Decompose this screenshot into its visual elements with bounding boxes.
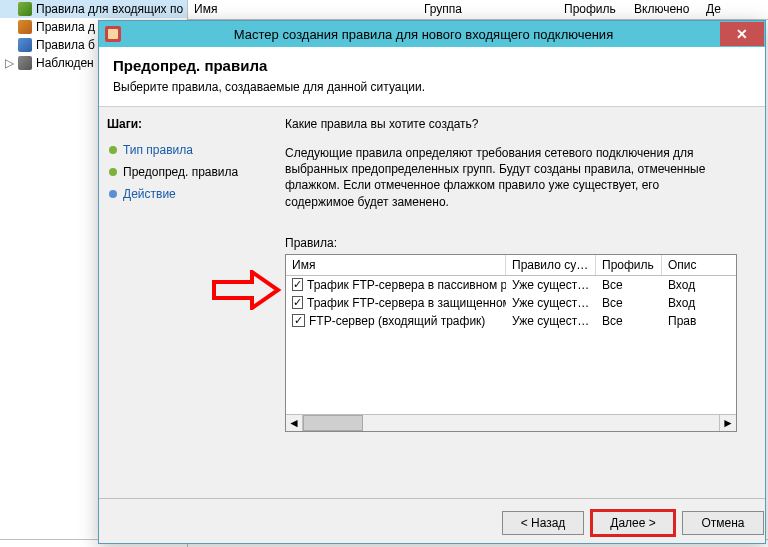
monitoring-icon [18, 56, 32, 70]
button-bar-separator [99, 498, 765, 499]
rule-checkbox[interactable] [292, 296, 303, 309]
rule-row[interactable]: Трафик FTP-сервера в пассивном режим... … [286, 276, 736, 294]
wizard-header: Предопред. правила Выберите правила, соз… [99, 47, 765, 107]
rule-desc: Прав [662, 312, 736, 330]
step-bullet-icon [109, 190, 117, 198]
rule-wizard-window: Мастер создания правила для нового входя… [98, 20, 766, 544]
col-group[interactable]: Группа [418, 0, 558, 19]
rule-checkbox[interactable] [292, 278, 303, 291]
wizard-button-bar: < Назад Далее > Отмена [502, 511, 764, 535]
rules-label: Правила: [285, 236, 761, 250]
steps-pane: Шаги: Тип правила Предопред. правила Дей… [99, 107, 279, 543]
rule-profile: Все [596, 312, 662, 330]
wizard-main-pane: Какие правила вы хотите создать? Следующ… [279, 107, 765, 543]
rule-exists: Уже существ... [506, 312, 596, 330]
firewall-icon [105, 26, 121, 42]
cancel-button[interactable]: Отмена [682, 511, 764, 535]
step-bullet-icon [109, 168, 117, 176]
rule-exists: Уже существ... [506, 294, 596, 312]
next-button[interactable]: Далее > [592, 511, 674, 535]
next-button-label: Далее > [610, 516, 656, 530]
outbound-rules-icon [18, 20, 32, 34]
rules-col-profile[interactable]: Профиль [596, 255, 662, 275]
close-button[interactable]: ✕ [720, 22, 764, 46]
col-action[interactable]: Де [700, 0, 740, 19]
step-action[interactable]: Действие [107, 183, 271, 205]
back-button[interactable]: < Назад [502, 511, 584, 535]
back-button-label: < Назад [521, 516, 566, 530]
step-bullet-icon [109, 146, 117, 154]
step-rule-type[interactable]: Тип правила [107, 139, 271, 161]
steps-title: Шаги: [107, 117, 271, 131]
rule-name: Трафик FTP-сервера в защищенном режи... [307, 296, 506, 310]
scroll-right-icon[interactable]: ► [719, 415, 736, 431]
scroll-left-icon[interactable]: ◄ [286, 415, 303, 431]
rule-checkbox[interactable] [292, 314, 305, 327]
rule-profile: Все [596, 276, 662, 294]
window-title: Мастер создания правила для нового входя… [127, 27, 720, 42]
step-label: Предопред. правила [123, 165, 238, 179]
rules-list: Имя Правило сущ... Профиль Опис Трафик F… [285, 254, 737, 432]
rule-desc: Вход [662, 294, 736, 312]
rules-horizontal-scrollbar[interactable]: ◄ ► [286, 414, 736, 431]
col-name[interactable]: Имя [188, 0, 418, 19]
rules-header-row: Имя Правило сущ... Профиль Опис [286, 255, 736, 276]
page-heading: Предопред. правила [113, 57, 751, 74]
rule-name: Трафик FTP-сервера в пассивном режим... [307, 278, 506, 292]
tree-item-label: Правила д [36, 20, 95, 34]
rule-name: FTP-сервер (входящий трафик) [309, 314, 485, 328]
tree-item-label: Правила б [36, 38, 95, 52]
tree-item-label: Наблюден [36, 56, 94, 70]
col-profile[interactable]: Профиль [558, 0, 628, 19]
col-enabled[interactable]: Включено [628, 0, 700, 19]
tree-item-inbound-rules[interactable]: Правила для входящих по [0, 0, 187, 18]
titlebar[interactable]: Мастер создания правила для нового входя… [99, 21, 765, 47]
list-column-headers: Имя Группа Профиль Включено Де [188, 0, 768, 20]
rules-col-name[interactable]: Имя [286, 255, 506, 275]
step-predefined-rules[interactable]: Предопред. правила [107, 161, 271, 183]
wizard-description: Следующие правила определяют требования … [285, 145, 725, 210]
scroll-thumb[interactable] [303, 415, 363, 431]
step-label: Тип правила [123, 143, 193, 157]
rule-profile: Все [596, 294, 662, 312]
rule-exists: Уже существ... [506, 276, 596, 294]
cancel-button-label: Отмена [701, 516, 744, 530]
security-rules-icon [18, 38, 32, 52]
rule-row[interactable]: FTP-сервер (входящий трафик) Уже существ… [286, 312, 736, 330]
rules-col-exists[interactable]: Правило сущ... [506, 255, 596, 275]
wizard-question: Какие правила вы хотите создать? [285, 117, 761, 131]
inbound-rules-icon [18, 2, 32, 16]
rule-desc: Вход [662, 276, 736, 294]
expand-icon[interactable]: ▷ [4, 56, 14, 70]
rules-col-desc[interactable]: Опис [662, 255, 737, 275]
tree-item-label: Правила для входящих по [36, 2, 183, 16]
page-subheading: Выберите правила, создаваемые для данной… [113, 80, 751, 94]
rule-row[interactable]: Трафик FTP-сервера в защищенном режи... … [286, 294, 736, 312]
close-icon: ✕ [736, 26, 748, 42]
scroll-track[interactable] [303, 415, 719, 431]
step-label: Действие [123, 187, 176, 201]
